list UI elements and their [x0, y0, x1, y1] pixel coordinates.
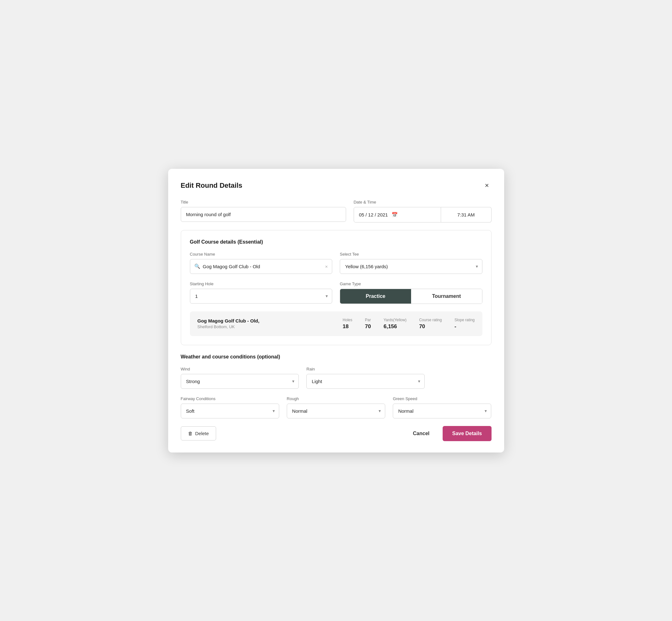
datetime-group: Date & Time 05 / 12 / 2021 📅 7:31 AM — [354, 200, 492, 222]
wind-group: Wind None Light Moderate Strong ▾ — [181, 367, 299, 389]
course-rating-label: Course rating — [419, 318, 442, 322]
fairway-select[interactable]: Soft Normal Firm — [181, 404, 279, 418]
wind-select-wrap: None Light Moderate Strong ▾ — [181, 374, 299, 389]
conditions-row: Fairway Conditions Soft Normal Firm ▾ Ro… — [181, 396, 492, 418]
weather-section: Weather and course conditions (optional)… — [181, 354, 492, 418]
yards-label: Yards(Yellow) — [384, 318, 407, 322]
title-label: Title — [181, 200, 346, 204]
hole-select[interactable]: 1 10 — [190, 289, 333, 303]
wind-select[interactable]: None Light Moderate Strong — [181, 374, 299, 389]
stat-slope-rating: Slope rating - — [454, 318, 474, 330]
stat-course-rating: Course rating 70 — [419, 318, 442, 330]
game-type-label: Game Type — [340, 282, 482, 286]
wind-rain-row: Wind None Light Moderate Strong ▾ Rain N… — [181, 367, 492, 389]
rain-select[interactable]: None Light Moderate Heavy — [306, 374, 425, 389]
weather-title: Weather and course conditions (optional) — [181, 354, 492, 360]
modal-header: Edit Round Details × — [181, 180, 492, 191]
green-speed-select[interactable]: Slow Normal Fast — [393, 404, 491, 418]
starting-hole-group: Starting Hole 1 10 ▾ — [190, 282, 333, 304]
rough-select-wrap: Soft Normal Firm ▾ — [287, 404, 385, 418]
slope-rating-label: Slope rating — [454, 318, 474, 322]
course-name-input[interactable] — [190, 259, 333, 274]
course-info-location: Shelford Bottom, UK — [198, 324, 343, 329]
delete-label: Delete — [195, 431, 209, 436]
par-label: Par — [365, 318, 371, 322]
course-name-wrap: 🔍 × — [190, 259, 333, 274]
time-input[interactable]: 7:31 AM — [441, 207, 492, 222]
course-rating-value: 70 — [419, 323, 425, 330]
rough-label: Rough — [287, 396, 385, 401]
modal-title: Edit Round Details — [181, 181, 243, 190]
golf-course-title: Golf Course details (Essential) — [190, 239, 482, 245]
stat-holes: Holes 18 — [343, 318, 352, 330]
edit-round-modal: Edit Round Details × Title Date & Time 0… — [168, 169, 504, 453]
datetime-label: Date & Time — [354, 200, 492, 204]
green-speed-label: Green Speed — [393, 396, 491, 401]
tee-select-wrap: Yellow (6,156 yards) White Red Blue ▾ — [340, 259, 482, 274]
stat-yards: Yards(Yellow) 6,156 — [384, 318, 407, 330]
title-input[interactable] — [181, 207, 346, 222]
yards-value: 6,156 — [384, 323, 397, 330]
course-name-label: Course Name — [190, 252, 333, 256]
close-button[interactable]: × — [482, 180, 492, 191]
starting-hole-label: Starting Hole — [190, 282, 333, 286]
rough-select[interactable]: Soft Normal Firm — [287, 404, 385, 418]
rain-select-wrap: None Light Moderate Heavy ▾ — [306, 374, 425, 389]
fairway-group: Fairway Conditions Soft Normal Firm ▾ — [181, 396, 279, 418]
select-tee-label: Select Tee — [340, 252, 482, 256]
calendar-icon: 📅 — [391, 212, 398, 218]
cancel-button[interactable]: Cancel — [407, 427, 435, 441]
trash-icon: 🗑 — [188, 431, 193, 436]
golf-course-section: Golf Course details (Essential) Course N… — [181, 230, 492, 345]
holes-label: Holes — [343, 318, 352, 322]
game-type-toggle: Practice Tournament — [340, 289, 482, 304]
green-speed-select-wrap: Slow Normal Fast ▾ — [393, 404, 491, 418]
course-stats: Holes 18 Par 70 Yards(Yellow) 6,156 Cour… — [343, 318, 474, 330]
clear-icon[interactable]: × — [325, 264, 328, 269]
game-type-group: Game Type Practice Tournament — [340, 282, 482, 304]
title-datetime-row: Title Date & Time 05 / 12 / 2021 📅 7:31 … — [181, 200, 492, 222]
course-tee-row: Course Name 🔍 × Select Tee Yellow (6,156… — [190, 252, 482, 274]
select-tee-group: Select Tee Yellow (6,156 yards) White Re… — [340, 252, 482, 274]
green-speed-group: Green Speed Slow Normal Fast ▾ — [393, 396, 491, 418]
course-info-left: Gog Magog Golf Club - Old, Shelford Bott… — [198, 318, 343, 329]
footer-right: Cancel Save Details — [407, 426, 492, 441]
par-value: 70 — [365, 323, 371, 330]
rain-label: Rain — [306, 367, 425, 371]
footer-row: 🗑 Delete Cancel Save Details — [181, 426, 492, 441]
rough-group: Rough Soft Normal Firm ▾ — [287, 396, 385, 418]
wind-label: Wind — [181, 367, 299, 371]
stat-par: Par 70 — [365, 318, 371, 330]
tournament-button[interactable]: Tournament — [411, 289, 482, 303]
title-group: Title — [181, 200, 346, 222]
course-info-card: Gog Magog Golf Club - Old, Shelford Bott… — [190, 312, 482, 336]
time-value: 7:31 AM — [457, 212, 474, 217]
course-info-name: Gog Magog Golf Club - Old, — [198, 318, 343, 323]
save-button[interactable]: Save Details — [443, 426, 491, 441]
date-value: 05 / 12 / 2021 — [359, 212, 388, 217]
course-name-group: Course Name 🔍 × — [190, 252, 333, 274]
fairway-label: Fairway Conditions — [181, 396, 279, 401]
search-icon: 🔍 — [194, 263, 200, 269]
practice-button[interactable]: Practice — [340, 289, 411, 303]
fairway-select-wrap: Soft Normal Firm ▾ — [181, 404, 279, 418]
rain-group: Rain None Light Moderate Heavy ▾ — [306, 367, 425, 389]
hole-gametype-row: Starting Hole 1 10 ▾ Game Type Practice … — [190, 282, 482, 304]
tee-select[interactable]: Yellow (6,156 yards) White Red Blue — [340, 259, 482, 274]
holes-value: 18 — [343, 323, 349, 330]
slope-rating-value: - — [454, 323, 456, 330]
date-input[interactable]: 05 / 12 / 2021 📅 — [354, 207, 441, 222]
hole-select-wrap: 1 10 ▾ — [190, 289, 333, 303]
date-time-inputs: 05 / 12 / 2021 📅 7:31 AM — [354, 207, 492, 222]
delete-button[interactable]: 🗑 Delete — [181, 426, 216, 441]
